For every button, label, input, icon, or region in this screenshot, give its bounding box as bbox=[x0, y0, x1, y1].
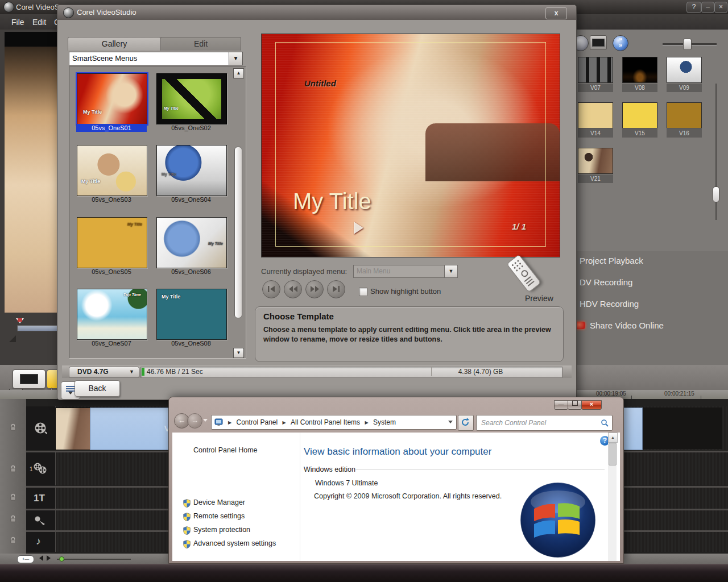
go-first-menu-button[interactable] bbox=[262, 280, 280, 298]
menu-edit[interactable]: Edit bbox=[32, 18, 46, 27]
library-clip[interactable]: V21 bbox=[578, 148, 612, 183]
app-minimize-button[interactable]: – bbox=[701, 2, 714, 13]
sidebar-control-panel-home[interactable]: Control Panel Home bbox=[193, 446, 258, 454]
scroll-left-icon[interactable] bbox=[36, 555, 43, 561]
template-thumb[interactable]: My Title bbox=[77, 217, 147, 268]
template-name[interactable]: 05vs_OneS02 bbox=[156, 124, 226, 131]
template-name[interactable]: 05vs_OneS07 bbox=[76, 340, 147, 347]
template-thumb[interactable]: My Title bbox=[156, 217, 227, 268]
sidebar-device-manager[interactable]: Device Manager bbox=[193, 498, 245, 506]
task-dv-recording[interactable]: DV Recording bbox=[580, 277, 632, 287]
back-button[interactable]: Back bbox=[75, 380, 120, 397]
library-clip[interactable]: V16 bbox=[667, 102, 701, 138]
template-thumb[interactable]: Trip Time bbox=[77, 289, 147, 340]
overlay-track-header[interactable]: 1 bbox=[26, 452, 56, 485]
task-share-video-online[interactable]: Share Video Online bbox=[590, 321, 664, 330]
trim-bar[interactable] bbox=[17, 325, 58, 331]
lock-icon[interactable] bbox=[10, 493, 16, 501]
show-highlight-checkbox[interactable] bbox=[359, 288, 367, 296]
remote-control-icon[interactable] bbox=[506, 254, 541, 293]
lock-icon[interactable] bbox=[10, 515, 16, 522]
library-clip[interactable]: V15 bbox=[622, 102, 656, 138]
breadcrumb[interactable]: ▶ Control Panel ▶ All Control Panel Item… bbox=[211, 415, 457, 430]
library-clip[interactable]: V14 bbox=[578, 102, 612, 138]
search-icon[interactable] bbox=[601, 419, 609, 427]
tab-edit[interactable]: Edit bbox=[160, 37, 241, 51]
lock-icon[interactable] bbox=[10, 423, 16, 431]
app-help-button[interactable]: ? bbox=[686, 2, 701, 13]
nav-history-caret-icon[interactable] bbox=[203, 419, 208, 424]
cp-minimize-button[interactable]: — bbox=[554, 400, 568, 410]
dialog-logo-icon bbox=[63, 7, 74, 18]
category-dropdown[interactable]: SmartScene Menus bbox=[69, 52, 232, 65]
thumbnail-size-slider[interactable] bbox=[683, 39, 692, 50]
menu-preview[interactable]: Untitled My Title 1/ 1 bbox=[261, 34, 560, 257]
template-thumb[interactable]: My Title bbox=[156, 145, 227, 196]
library-clip[interactable]: V07 bbox=[578, 57, 612, 92]
menu-file[interactable]: File bbox=[11, 18, 24, 27]
preview-button-label[interactable]: Preview bbox=[525, 294, 553, 303]
cp-maximize-button[interactable] bbox=[568, 400, 582, 410]
music-track-header[interactable]: ♪ bbox=[26, 532, 56, 552]
timeline-zoom-slider[interactable] bbox=[59, 556, 64, 562]
grid-scrollbar[interactable] bbox=[234, 147, 242, 318]
template-name[interactable]: 05vs_OneS03 bbox=[76, 196, 147, 203]
dialog-close-button[interactable]: x bbox=[545, 7, 567, 19]
timeline-fit-button[interactable]: +— bbox=[17, 555, 34, 563]
sidebar-advanced-system-settings[interactable]: Advanced system settings bbox=[193, 539, 276, 547]
breadcrumb-all-items[interactable]: All Control Panel Items bbox=[291, 415, 360, 429]
task-hdv-recording[interactable]: HDV Recording bbox=[580, 299, 639, 309]
category-dropdown-arrow-icon[interactable]: ▼ bbox=[229, 52, 243, 65]
displayed-menu-combo-arrow-icon[interactable]: ▼ bbox=[444, 265, 458, 278]
preview-menu-title[interactable]: My Title bbox=[293, 189, 371, 214]
grid-scroll-down-icon[interactable]: ▼ bbox=[233, 348, 244, 358]
cp-close-button[interactable]: × bbox=[581, 400, 602, 410]
grid-scroll-up-icon[interactable]: ▲ bbox=[233, 68, 244, 78]
library-clip[interactable]: V09 bbox=[667, 57, 701, 92]
expand-library-icon[interactable]: »» bbox=[613, 35, 628, 51]
library-clip[interactable]: V08 bbox=[622, 57, 656, 92]
template-name[interactable]: 05vs_OneS06 bbox=[156, 268, 226, 275]
breadcrumb-dropdown-icon[interactable] bbox=[448, 421, 453, 426]
template-name[interactable]: 05vs_OneS08 bbox=[156, 340, 226, 347]
preview-untitled-label[interactable]: Untitled bbox=[304, 78, 336, 88]
template-name[interactable]: 05vs_OneS04 bbox=[156, 196, 226, 203]
tab-gallery[interactable]: Gallery bbox=[68, 37, 161, 51]
sidebar-system-protection[interactable]: System protection bbox=[193, 526, 250, 534]
displayed-menu-combo[interactable]: Main Menu bbox=[353, 265, 448, 278]
go-last-menu-button[interactable] bbox=[327, 280, 345, 298]
preview-play-icon[interactable] bbox=[354, 222, 370, 234]
storyboard-view-button[interactable] bbox=[13, 369, 46, 389]
search-input[interactable] bbox=[480, 417, 596, 429]
search-field[interactable] bbox=[476, 415, 613, 431]
refresh-button[interactable] bbox=[458, 415, 474, 431]
clip-label: V15 bbox=[622, 129, 657, 138]
template-thumb[interactable]: My Title bbox=[77, 73, 147, 124]
library-scrollbar[interactable] bbox=[713, 186, 719, 202]
previous-menu-button[interactable] bbox=[284, 280, 302, 298]
app-close-button[interactable]: × bbox=[714, 2, 727, 13]
cp-scrollbar[interactable] bbox=[609, 443, 617, 465]
cp-forward-button[interactable]: → bbox=[187, 413, 202, 429]
filter-clips-icon[interactable] bbox=[590, 35, 607, 50]
breadcrumb-system[interactable]: System bbox=[373, 415, 396, 429]
title-track-header[interactable]: 1T bbox=[26, 488, 56, 509]
template-thumb[interactable]: My Title bbox=[156, 289, 227, 340]
video-track-header[interactable] bbox=[26, 406, 56, 450]
lock-icon[interactable] bbox=[10, 465, 16, 472]
lock-icon[interactable] bbox=[10, 537, 16, 544]
sidebar-remote-settings[interactable]: Remote settings bbox=[193, 512, 245, 520]
template-name[interactable]: 05vs_OneS05 bbox=[76, 268, 147, 275]
template-thumb[interactable]: My Title bbox=[77, 145, 147, 196]
scroll-up-icon[interactable]: ▲ bbox=[608, 433, 618, 443]
next-menu-button[interactable] bbox=[305, 280, 324, 298]
task-project-playback[interactable]: Project Playback bbox=[580, 256, 643, 265]
jog-handle-icon[interactable] bbox=[9, 335, 16, 342]
disc-format-arrow-icon: ▼ bbox=[129, 367, 134, 377]
template-name[interactable]: 05vs_OneS01 bbox=[76, 124, 147, 132]
disc-format-select[interactable]: DVD 4.7G ▼ bbox=[69, 367, 139, 378]
scroll-right-icon[interactable] bbox=[47, 555, 53, 561]
breadcrumb-control-panel[interactable]: Control Panel bbox=[237, 415, 278, 429]
template-thumb[interactable]: My Title bbox=[156, 73, 227, 124]
voice-track-header[interactable] bbox=[26, 510, 56, 530]
